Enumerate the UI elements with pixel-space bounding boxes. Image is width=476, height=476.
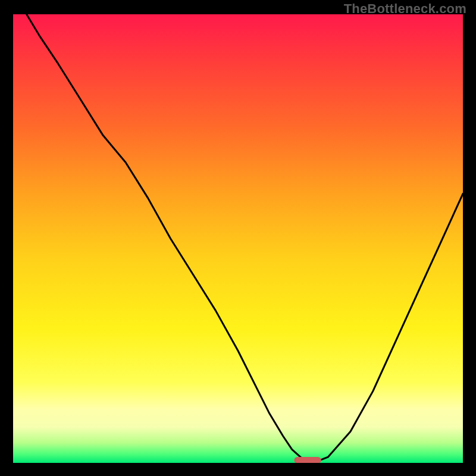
plot-area bbox=[13, 14, 463, 463]
watermark: TheBottleneck.com bbox=[344, 1, 466, 17]
chart-svg bbox=[13, 14, 463, 463]
chart-frame: TheBottleneck.com bbox=[0, 0, 476, 476]
gradient-background bbox=[13, 14, 463, 463]
optimal-marker bbox=[295, 457, 321, 463]
